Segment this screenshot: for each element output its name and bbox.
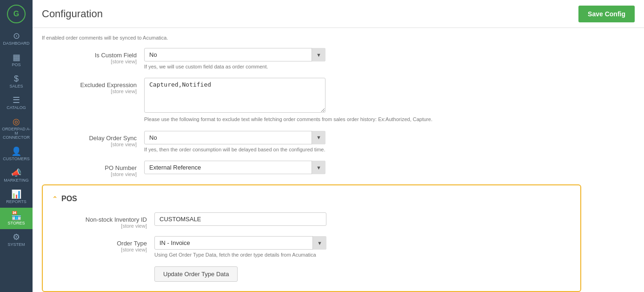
pos-section-header: ⌃ POS bbox=[52, 195, 571, 203]
non-stock-inventory-control bbox=[154, 212, 571, 226]
sidebar-item-label: CATALOG bbox=[7, 106, 26, 110]
pos-icon: ▦ bbox=[13, 53, 20, 61]
excluded-expression-input[interactable] bbox=[144, 78, 325, 113]
pos-form: Non-stock Inventory ID [store view] Orde… bbox=[52, 212, 571, 281]
dashboard-icon: ⊙ bbox=[13, 32, 20, 40]
order-type-control: IN - Invoice SO - Sales Order ▼ Using Ge… bbox=[154, 236, 571, 258]
excluded-expression-hint: Please use the following format to exclu… bbox=[144, 116, 581, 123]
sidebar-item-label: DASHBOARD bbox=[3, 41, 29, 46]
stores-icon: 🏪 bbox=[11, 211, 21, 220]
delay-order-sync-control: No Yes ▼ If yes, then the order consumpt… bbox=[144, 131, 581, 153]
po-number-select[interactable]: External Reference PO Number Order Numbe… bbox=[144, 161, 325, 174]
content-area: If enabled order comments will be synced… bbox=[33, 28, 644, 292]
order-type-select[interactable]: IN - Invoice SO - Sales Order bbox=[154, 236, 326, 250]
sidebar-item-label: ORDERPAD A-M CONNECTOR bbox=[2, 127, 31, 140]
excluded-expression-label: Excluded Expression bbox=[42, 81, 137, 88]
catalog-icon: ☰ bbox=[13, 96, 20, 104]
order-type-sublabel: [store view] bbox=[61, 247, 147, 252]
non-stock-inventory-sublabel: [store view] bbox=[61, 223, 147, 229]
order-type-select-wrapper: IN - Invoice SO - Sales Order ▼ bbox=[154, 236, 326, 250]
sidebar: G ⊙ DASHBOARD ▦ POS $ SALES ☰ CATALOG ◎ … bbox=[0, 0, 33, 292]
order-type-row: Order Type [store view] IN - Invoice SO … bbox=[61, 236, 571, 258]
excluded-expression-control: Please use the following format to exclu… bbox=[144, 78, 581, 123]
sidebar-item-label: SALES bbox=[9, 84, 23, 88]
sidebar-item-reports[interactable]: 📊 REPORTS bbox=[0, 186, 33, 208]
order-type-label: Order Type bbox=[61, 240, 147, 247]
update-btn-row: Update Order Type Data bbox=[61, 266, 571, 282]
page-title: Configuration bbox=[42, 8, 103, 20]
is-custom-field-label-group: Is Custom Field [store view] bbox=[42, 48, 144, 64]
po-number-label: PO Number bbox=[42, 164, 137, 171]
po-number-sublabel: [store view] bbox=[42, 171, 137, 177]
po-number-row: PO Number [store view] External Referenc… bbox=[42, 161, 581, 177]
order-type-label-group: Order Type [store view] bbox=[61, 236, 154, 252]
sidebar-item-dashboard[interactable]: ⊙ DASHBOARD bbox=[0, 28, 33, 49]
po-number-label-group: PO Number [store view] bbox=[42, 161, 144, 177]
non-stock-inventory-label: Non-stock Inventory ID bbox=[61, 216, 147, 223]
update-order-type-button[interactable]: Update Order Type Data bbox=[154, 266, 238, 282]
sidebar-item-stores[interactable]: 🏪 STORES bbox=[0, 208, 33, 229]
non-stock-inventory-input[interactable] bbox=[154, 212, 326, 226]
sidebar-item-label: SYSTEM bbox=[7, 243, 25, 247]
non-stock-inventory-row: Non-stock Inventory ID [store view] bbox=[61, 212, 571, 229]
delay-order-sync-label: Delay Order Sync bbox=[42, 135, 137, 142]
po-number-select-wrapper: External Reference PO Number Order Numbe… bbox=[144, 161, 325, 174]
po-number-control: External Reference PO Number Order Numbe… bbox=[144, 161, 581, 174]
pos-section-title: POS bbox=[61, 195, 77, 203]
is-custom-field-sublabel: [store view] bbox=[42, 59, 137, 64]
reports-icon: 📊 bbox=[11, 190, 21, 198]
delay-order-sync-select[interactable]: No Yes bbox=[144, 131, 325, 144]
top-hint-text: If enabled order comments will be synced… bbox=[42, 33, 581, 41]
is-custom-field-select-wrapper: No Yes ▼ bbox=[144, 48, 325, 61]
logo-icon: G bbox=[7, 5, 26, 23]
excluded-expression-label-group: Excluded Expression [store view] bbox=[42, 78, 144, 94]
sidebar-item-pos[interactable]: ▦ POS bbox=[0, 49, 33, 71]
non-stock-inventory-label-group: Non-stock Inventory ID [store view] bbox=[61, 212, 154, 229]
delay-order-sync-sublabel: [store view] bbox=[42, 142, 137, 147]
delay-order-sync-hint: If yes, then the order consumption will … bbox=[144, 146, 581, 153]
is-custom-field-hint: If yes, we will use custom field data as… bbox=[144, 63, 581, 70]
sales-icon: $ bbox=[14, 75, 19, 83]
delay-order-sync-row: Delay Order Sync [store view] No Yes ▼ I… bbox=[42, 131, 581, 153]
app-logo: G bbox=[0, 0, 33, 28]
delay-order-sync-label-group: Delay Order Sync [store view] bbox=[42, 131, 144, 147]
sidebar-item-label: REPORTS bbox=[6, 200, 26, 204]
sidebar-item-label: MARKETING bbox=[4, 178, 29, 183]
delay-order-sync-select-wrapper: No Yes ▼ bbox=[144, 131, 325, 144]
system-icon: ⚙ bbox=[13, 233, 20, 241]
page-header: Configuration Save Config bbox=[33, 0, 644, 28]
sidebar-item-label: STORES bbox=[8, 221, 25, 225]
pos-section: ⌃ POS Non-stock Inventory ID [store view… bbox=[42, 184, 581, 292]
customers-icon: 👤 bbox=[11, 147, 21, 156]
sidebar-item-label: POS bbox=[12, 63, 20, 67]
is-custom-field-select[interactable]: No Yes bbox=[144, 48, 325, 61]
marketing-icon: 📣 bbox=[11, 169, 21, 177]
is-custom-field-row: Is Custom Field [store view] No Yes ▼ If… bbox=[42, 48, 581, 70]
sidebar-item-label: CUSTOMERS bbox=[3, 157, 29, 161]
save-config-button[interactable]: Save Config bbox=[578, 6, 635, 22]
excluded-expression-sublabel: [store view] bbox=[42, 88, 137, 94]
main-content: Configuration Save Config If enabled ord… bbox=[33, 0, 644, 292]
sidebar-item-catalog[interactable]: ☰ CATALOG bbox=[0, 92, 33, 114]
chevron-up-icon: ⌃ bbox=[52, 195, 58, 203]
is-custom-field-control: No Yes ▼ If yes, we will use custom fiel… bbox=[144, 48, 581, 70]
sidebar-item-customers[interactable]: 👤 CUSTOMERS bbox=[0, 143, 33, 165]
order-type-hint: Using Get Order Type Data, fetch the ord… bbox=[154, 251, 571, 258]
connector-icon: ◎ bbox=[13, 117, 20, 126]
configuration-form: If enabled order comments will be synced… bbox=[33, 28, 591, 292]
sidebar-item-system[interactable]: ⚙ SYSTEM bbox=[0, 229, 33, 251]
is-custom-field-label: Is Custom Field bbox=[42, 52, 137, 59]
sidebar-item-connector[interactable]: ◎ ORDERPAD A-M CONNECTOR bbox=[0, 114, 33, 143]
excluded-expression-row: Excluded Expression [store view] Please … bbox=[42, 78, 581, 123]
sidebar-item-marketing[interactable]: 📣 MARKETING bbox=[0, 165, 33, 186]
sidebar-item-sales[interactable]: $ SALES bbox=[0, 71, 33, 92]
